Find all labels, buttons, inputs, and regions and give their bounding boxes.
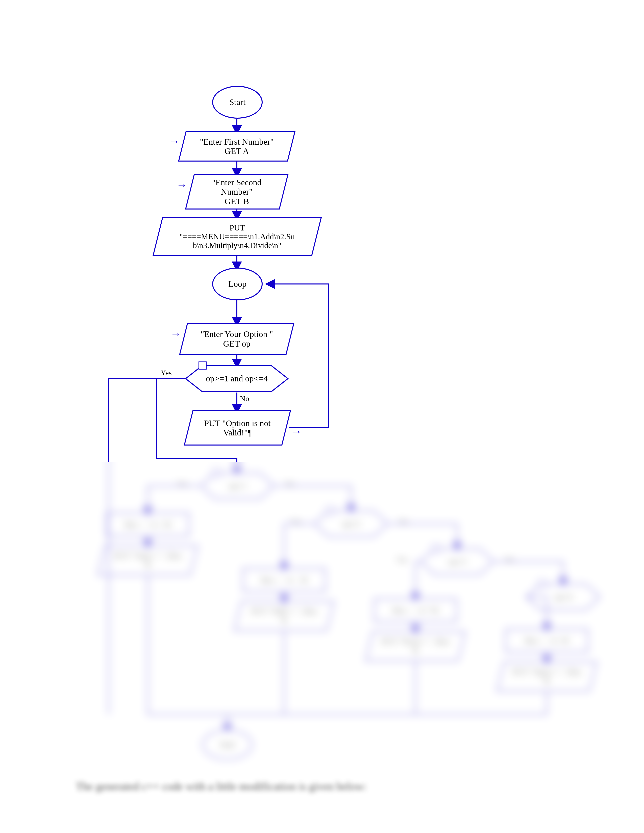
input-b-line1: "Enter Second (212, 178, 261, 187)
input-a-line1: "Enter First Number" (200, 137, 274, 146)
process-add: Res ← A + B (106, 512, 189, 536)
start-node: Start (212, 86, 262, 119)
out-div-2: ¶ (545, 677, 549, 686)
proc-add: Res ← A + B (125, 520, 171, 529)
menu-line1: PUT (230, 224, 245, 232)
process-div: Res ← A / B (505, 629, 588, 653)
out-sub-2: ¶ (282, 616, 286, 625)
decision-op2: op=2 (308, 510, 394, 538)
validate-cond: op>=1 and op<=4 (206, 374, 268, 383)
edge-yes-validate: Yes (161, 368, 172, 377)
decision-validate-op: op>=1 and op<=4 (177, 365, 297, 392)
arrow-out-invalid: → (291, 426, 302, 437)
arrow-into-input-a: → (169, 136, 180, 147)
decision-handle-icon (432, 545, 440, 553)
edge-no-op3: No (505, 555, 514, 564)
menu-line2: "====MENU=====\n1.Add\n2.Su (180, 232, 295, 241)
decision-op4: op=4 (520, 583, 606, 611)
process-sub: Res ← A − B (242, 568, 326, 592)
out-mul-1: PUT "Prod = ", Res (382, 637, 449, 646)
out-div-1: PUT "Quot = ", Res (512, 667, 581, 677)
caption-text: The generated c++ code with a little mod… (76, 780, 367, 793)
edge-no-validate: No (240, 394, 249, 403)
output-add: PUT "Sum = ", Res ¶ (97, 545, 198, 576)
output-menu: PUT "====MENU=====\n1.Add\n2.Su b\n3.Mul… (153, 217, 322, 256)
opt-line2: GET op (223, 339, 251, 348)
process-mul: Res ← A * B (374, 598, 457, 622)
input-b-line3: GET B (224, 197, 249, 206)
invalid-line1: PUT "Option is not (204, 418, 271, 428)
proc-div: Res ← A / B (525, 636, 568, 645)
edge-yes-op3: Yes (396, 555, 407, 564)
input-a-line2: GET A (224, 146, 249, 156)
cond-op2: op=2 (342, 519, 360, 529)
invalid-line2: Valid!"¶ (223, 428, 251, 437)
edge-yes-op2: Yes (290, 518, 301, 526)
decision-handle-icon (198, 362, 206, 370)
opt-line1: "Enter Your Option " (201, 330, 273, 339)
out-mul-2: ¶ (414, 646, 417, 656)
arrow-into-option: → (170, 328, 181, 339)
output-div: PUT "Quot = ", Res ¶ (496, 661, 597, 691)
decision-handle-icon (538, 580, 546, 588)
input-first-number: "Enter First Number" GET A (178, 131, 295, 162)
cond-op4: op=4 (554, 592, 572, 602)
decision-op3: op=3 (414, 548, 500, 576)
end-node: End (202, 730, 253, 760)
proc-mul: Res ← A * B (393, 606, 438, 615)
menu-line3: b\n3.Multiply\n4.Divide\n" (193, 241, 282, 250)
decision-handle-icon (326, 507, 334, 515)
loop-label: Loop (228, 279, 246, 288)
out-sub-1: PUT "Diff = ", Res (251, 606, 317, 616)
cond-op1: op=1 (229, 481, 246, 491)
output-invalid: PUT "Option is not Valid!"¶ (184, 410, 291, 445)
loop-node: Loop (212, 268, 262, 301)
proc-sub: Res ← A − B (261, 575, 307, 585)
edge-no-op1: No (285, 479, 295, 488)
arrow-into-input-b: → (176, 179, 187, 190)
flowchart-diagram: Start "Enter First Number" GET A → "Ente… (0, 0, 644, 833)
edge-yes-op1: Yes (177, 479, 188, 488)
input-second-number: "Enter Second Number" GET B (185, 174, 289, 209)
output-mul: PUT "Prod = ", Res ¶ (365, 631, 466, 661)
edge-no-op2: No (399, 518, 408, 526)
out-add-2: ¶ (146, 560, 150, 570)
decision-handle-icon (212, 469, 220, 477)
end-label: End (221, 740, 234, 749)
input-b-line2: Number" (221, 187, 253, 196)
out-add-1: PUT "Sum = ", Res (114, 551, 181, 560)
input-option: "Enter Your Option " GET op (179, 323, 294, 355)
start-label: Start (229, 97, 245, 107)
cond-op3: op=3 (448, 557, 466, 566)
output-sub: PUT "Diff = ", Res ¶ (233, 601, 335, 631)
decision-op1: op=1 (195, 472, 280, 500)
